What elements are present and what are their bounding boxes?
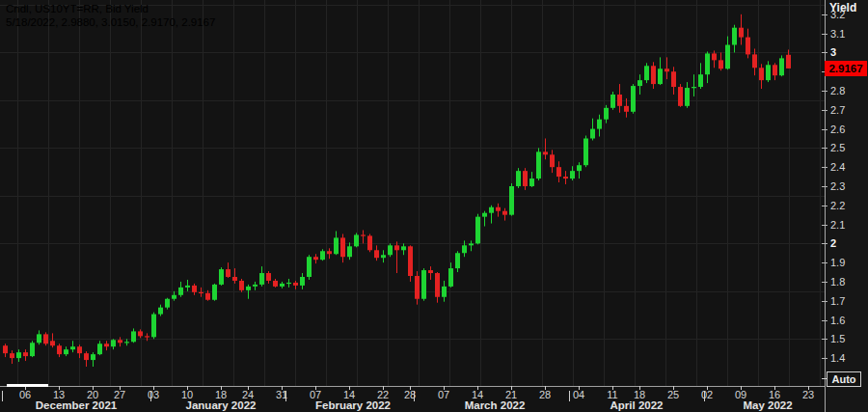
candle <box>482 213 487 217</box>
month-separator <box>704 391 705 401</box>
candle <box>43 334 48 343</box>
candle <box>698 74 703 87</box>
candle <box>212 285 217 300</box>
candle <box>97 343 102 354</box>
y-tick-mark <box>822 320 827 321</box>
candle <box>509 186 514 215</box>
candle <box>651 66 656 84</box>
candle <box>779 58 784 75</box>
candle <box>401 246 406 250</box>
y-tick-mark <box>822 358 827 359</box>
candle <box>3 345 8 353</box>
candle <box>705 53 710 74</box>
candle <box>665 69 669 71</box>
y-tick-label: 2.3 <box>830 180 845 192</box>
candle <box>361 234 366 235</box>
candle <box>57 345 62 354</box>
x-tick-label: 25 <box>667 389 679 400</box>
candle <box>543 151 548 154</box>
candle <box>421 270 426 299</box>
chart-window: Cndl, US10YT=RR, Bid Yield 5/18/2022, 2.… <box>0 0 868 412</box>
candle <box>300 277 305 286</box>
candle <box>469 243 474 245</box>
candle <box>286 283 291 284</box>
y-tick-mark <box>822 282 827 283</box>
candle <box>590 129 595 139</box>
month-separator <box>285 391 286 401</box>
candle <box>151 315 156 338</box>
y-tick-label: 1.7 <box>830 295 845 307</box>
candle <box>320 251 325 260</box>
y-tick-label: 2.8 <box>830 85 845 96</box>
candle <box>313 257 318 260</box>
candle <box>725 45 730 69</box>
month-label: December 2021 <box>36 399 117 411</box>
y-tick-label: 1.5 <box>830 333 845 344</box>
month-separator <box>2 391 3 401</box>
month-label: April 2022 <box>610 399 664 411</box>
candle <box>185 286 190 288</box>
y-tick-mark <box>822 225 827 226</box>
legend-line-ohlc: 5/18/2022, 2.9880, 3.0150, 2.9170, 2.916… <box>6 15 215 29</box>
x-tick-label: 07 <box>438 389 449 400</box>
candle <box>131 331 136 342</box>
y-tick-label: 2 <box>830 237 836 249</box>
month-separator <box>150 391 151 401</box>
candle <box>327 251 332 254</box>
x-scroll-thumb[interactable] <box>7 384 48 387</box>
candle <box>381 255 386 258</box>
candle <box>529 179 534 186</box>
y-tick-mark <box>822 262 827 263</box>
candle <box>273 281 278 287</box>
candle <box>232 277 237 281</box>
y-tick-label: 2.5 <box>830 142 845 153</box>
month-label: May 2022 <box>743 399 792 411</box>
candle <box>752 54 757 68</box>
chart-legend: Cndl, US10YT=RR, Bid Yield 5/18/2022, 2.… <box>6 2 215 29</box>
candle <box>347 246 352 257</box>
candle <box>502 211 507 215</box>
candle <box>773 65 777 75</box>
candle <box>550 154 555 167</box>
month-separator <box>569 391 570 401</box>
candlestick-plot[interactable] <box>0 0 825 386</box>
y-tick-label: 2.1 <box>830 219 845 231</box>
candle <box>138 331 143 336</box>
y-tick-mark <box>822 148 827 149</box>
candle <box>70 346 75 349</box>
candle <box>374 250 379 258</box>
candle <box>259 273 264 285</box>
y-tick-mark <box>822 129 827 130</box>
candle <box>766 65 771 80</box>
candle <box>610 95 615 108</box>
auto-scale-button[interactable]: Auto <box>827 371 861 387</box>
candle <box>496 207 501 211</box>
y-tick-mark <box>822 186 827 187</box>
candle <box>644 66 649 80</box>
x-tick-label: 23 <box>802 389 814 400</box>
y-tick-mark <box>822 301 827 302</box>
candle <box>334 237 339 254</box>
candle <box>563 177 568 179</box>
candle <box>172 295 176 299</box>
y-tick-label: 1.8 <box>830 276 845 288</box>
y-tick-label: 1.4 <box>830 352 845 364</box>
y-tick-mark <box>822 167 827 168</box>
x-tick-label: 04 <box>573 389 584 400</box>
candle <box>570 171 575 179</box>
y-axis-title: Yield <box>829 1 856 14</box>
month-label: March 2022 <box>465 399 526 411</box>
candle <box>408 246 413 276</box>
candle <box>16 352 21 358</box>
candle <box>118 340 122 343</box>
candle <box>489 207 494 213</box>
y-tick-label: 2.2 <box>830 200 845 211</box>
y-tick-mark <box>822 91 827 92</box>
candle <box>64 349 68 354</box>
candle <box>462 245 467 253</box>
candle <box>165 299 170 308</box>
candle <box>84 353 89 360</box>
month-label: January 2022 <box>186 399 257 411</box>
candle <box>442 287 447 297</box>
candle <box>199 292 203 293</box>
